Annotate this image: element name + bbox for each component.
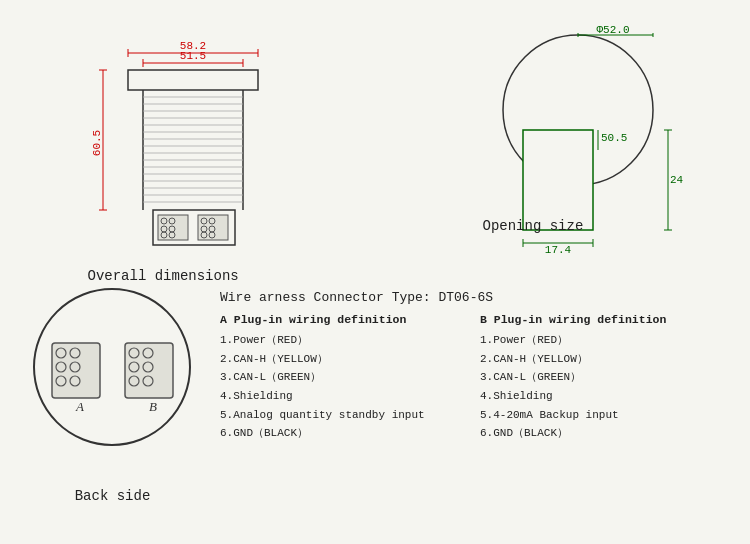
svg-text:Φ52.0: Φ52.0 (596, 25, 629, 36)
svg-rect-71 (125, 343, 173, 398)
wire-connector-info: Wire arness Connector Type: DT06-6S A Pl… (215, 285, 725, 535)
svg-rect-47 (523, 130, 593, 230)
back-side-label: Back side (75, 488, 151, 504)
wire-b-item-5: 5.4-20mA Backup input (480, 406, 720, 425)
wire-b-item-1: 1.Power（RED） (480, 331, 720, 350)
wire-a-item-6: 6.GND（BLACK） (220, 424, 460, 443)
svg-rect-63 (52, 343, 100, 398)
top-section: 58.2 51.5 60.5 Overall dimensions (10, 10, 740, 280)
overall-dimensions-panel: 58.2 51.5 60.5 Overall dimensions (30, 20, 365, 275)
page: 58.2 51.5 60.5 Overall dimensions (0, 0, 750, 544)
svg-text:A: A (75, 399, 84, 414)
wire-a-item-1: 1.Power（RED） (220, 331, 460, 350)
svg-text:17.4: 17.4 (544, 244, 571, 255)
back-side-svg: A B (30, 285, 195, 460)
svg-text:50.5: 50.5 (601, 132, 627, 144)
svg-rect-0 (128, 70, 258, 90)
wire-col-a-title: A Plug-in wiring definition (220, 313, 460, 326)
wire-col-b-title: B Plug-in wiring definition (480, 313, 720, 326)
wire-column-b: B Plug-in wiring definition 1.Power（RED）… (480, 313, 720, 443)
svg-text:B: B (149, 399, 157, 414)
opening-size-panel: Φ52.0 50.5 24.5 17.4 Opening size (385, 20, 720, 275)
svg-text:24.5: 24.5 (670, 174, 683, 186)
back-side-panel: A B Back side (25, 285, 200, 535)
overall-dim-svg: 58.2 51.5 60.5 (88, 25, 308, 255)
wire-a-item-5: 5.Analog quantity standby input (220, 406, 460, 425)
svg-text:51.5: 51.5 (179, 50, 205, 62)
bottom-section: A B Back side Wire arness Connector Type… (10, 280, 740, 540)
wire-a-item-2: 2.CAN-H（YELLOW） (220, 350, 460, 369)
opening-size-label: Opening size (483, 218, 584, 234)
wire-b-item-3: 3.CAN-L（GREEN） (480, 368, 720, 387)
wire-connector-title: Wire arness Connector Type: DT06-6S (220, 290, 720, 305)
wire-column-a: A Plug-in wiring definition 1.Power（RED）… (220, 313, 460, 443)
wire-b-item-2: 2.CAN-H（YELLOW） (480, 350, 720, 369)
wire-b-item-6: 6.GND（BLACK） (480, 424, 720, 443)
wire-a-item-3: 3.CAN-L（GREEN） (220, 368, 460, 387)
svg-text:60.5: 60.5 (91, 130, 103, 156)
wire-a-item-4: 4.Shielding (220, 387, 460, 406)
wire-columns: A Plug-in wiring definition 1.Power（RED）… (220, 313, 720, 443)
overall-dim-label: Overall dimensions (88, 268, 308, 284)
wire-b-item-4: 4.Shielding (480, 387, 720, 406)
